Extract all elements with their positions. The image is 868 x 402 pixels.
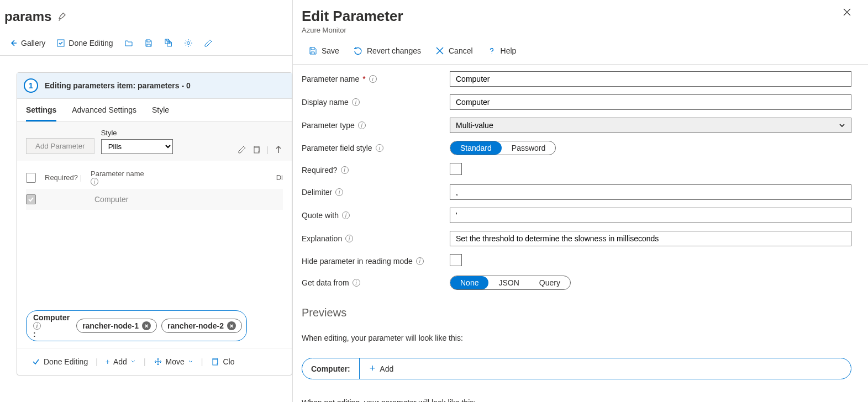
edit-icon-button[interactable] bbox=[199, 35, 217, 51]
close-icon[interactable] bbox=[843, 8, 851, 17]
save-icon-button[interactable] bbox=[140, 35, 157, 51]
table-header: Required? | Parameter name i Di bbox=[26, 166, 283, 189]
style-select[interactable]: Pills bbox=[101, 139, 173, 154]
pill-close-icon[interactable]: ✕ bbox=[142, 321, 151, 330]
step-badge: 1 bbox=[24, 78, 38, 93]
chevron-down-icon bbox=[188, 359, 193, 364]
segment-query[interactable]: Query bbox=[529, 276, 570, 289]
info-icon: i bbox=[352, 98, 360, 106]
gear-icon bbox=[184, 39, 193, 47]
select-all-checkbox[interactable] bbox=[26, 173, 36, 183]
preview-add-button[interactable]: + Add bbox=[359, 358, 403, 379]
row-name: Computer bbox=[45, 195, 128, 204]
info-icon: i bbox=[33, 322, 41, 330]
save-as-icon bbox=[164, 39, 173, 47]
done-editing-button[interactable]: Done Editing bbox=[52, 35, 117, 51]
save-icon bbox=[308, 46, 317, 55]
tab-settings[interactable]: Settings bbox=[26, 105, 56, 121]
separator: | bbox=[96, 357, 98, 366]
cancel-button[interactable]: Cancel bbox=[429, 44, 480, 57]
segment-none[interactable]: None bbox=[450, 276, 488, 289]
get-data-segmented[interactable]: None JSON Query bbox=[450, 276, 571, 290]
save-as-icon-button[interactable] bbox=[160, 35, 177, 51]
info-icon: i bbox=[353, 279, 360, 287]
previews-title: Previews bbox=[302, 306, 851, 319]
segment-standard[interactable]: Standard bbox=[450, 141, 502, 155]
info-icon: i bbox=[416, 257, 424, 265]
done-editing-action[interactable]: Done Editing bbox=[26, 355, 93, 368]
field-style-segmented[interactable]: Standard Password bbox=[450, 141, 556, 155]
pill-close-icon[interactable]: ✕ bbox=[227, 321, 236, 330]
preview-pill-group[interactable]: Computer i: rancher-node-1 ✕ rancher-nod… bbox=[26, 310, 247, 341]
panel-subtitle: Azure Monitor bbox=[302, 26, 403, 34]
save-icon bbox=[144, 39, 153, 47]
delimiter-label: Delimiter bbox=[302, 188, 332, 197]
add-parameter-button[interactable]: Add Parameter bbox=[26, 138, 94, 154]
plus-icon: + bbox=[106, 357, 110, 366]
segment-json[interactable]: JSON bbox=[488, 276, 529, 289]
editor-title: Editing parameters item: parameters - 0 bbox=[45, 81, 191, 90]
field-style-label: Parameter field style bbox=[302, 144, 372, 152]
copy-row-icon[interactable] bbox=[252, 145, 261, 154]
table-row[interactable]: Computer bbox=[26, 189, 283, 210]
preview-not-editing-desc: When not editing, your parameter will lo… bbox=[302, 398, 851, 402]
save-button[interactable]: Save bbox=[302, 44, 346, 57]
separator: | bbox=[144, 357, 146, 366]
parameter-name-input[interactable] bbox=[450, 71, 851, 87]
page-title: params bbox=[4, 9, 51, 24]
open-icon-button[interactable] bbox=[120, 35, 138, 51]
help-button[interactable]: Help bbox=[481, 44, 523, 57]
move-up-icon[interactable] bbox=[274, 145, 283, 154]
quote-with-label: Quote with bbox=[302, 211, 339, 220]
info-icon: i bbox=[335, 188, 343, 196]
parameter-name-label: Parameter name bbox=[302, 75, 359, 83]
tab-style[interactable]: Style bbox=[152, 105, 169, 121]
info-icon: i bbox=[341, 166, 349, 174]
info-icon: i bbox=[376, 144, 383, 152]
arrow-left-icon bbox=[9, 39, 18, 47]
main-toolbar: Gallery Done Editing bbox=[0, 31, 292, 56]
cancel-icon bbox=[435, 46, 444, 55]
plus-icon: + bbox=[370, 363, 376, 374]
explanation-input[interactable] bbox=[450, 231, 851, 246]
row-checkbox[interactable] bbox=[26, 194, 36, 204]
settings-icon-button[interactable] bbox=[180, 35, 197, 51]
done-editing-icon bbox=[56, 39, 65, 47]
folder-open-icon bbox=[124, 39, 133, 47]
chevron-down-icon bbox=[130, 359, 136, 364]
separator: | bbox=[201, 357, 203, 366]
parameter-type-select[interactable]: Multi-value bbox=[450, 118, 851, 133]
delimiter-input[interactable] bbox=[450, 184, 851, 200]
check-icon bbox=[31, 357, 40, 366]
pencil-icon bbox=[204, 39, 213, 47]
revert-button[interactable]: Revert changes bbox=[347, 44, 428, 57]
pill-item[interactable]: rancher-node-2 ✕ bbox=[161, 319, 242, 333]
preview-editing-pill[interactable]: Computer: + Add bbox=[302, 358, 851, 379]
required-indicator: * bbox=[362, 75, 365, 83]
column-required: Required? | bbox=[45, 173, 82, 182]
revert-icon bbox=[354, 46, 362, 55]
clone-action[interactable]: Clo bbox=[205, 355, 240, 368]
gallery-button[interactable]: Gallery bbox=[4, 35, 50, 51]
edit-row-icon[interactable] bbox=[238, 145, 246, 154]
pin-icon[interactable] bbox=[58, 12, 67, 21]
get-data-from-label: Get data from bbox=[302, 278, 349, 287]
pill-item[interactable]: rancher-node-1 ✕ bbox=[76, 319, 157, 333]
column-name: Parameter name i bbox=[91, 170, 144, 186]
style-label: Style bbox=[101, 129, 173, 137]
info-icon: i bbox=[91, 178, 98, 186]
quote-with-input[interactable] bbox=[450, 208, 851, 223]
tab-advanced-settings[interactable]: Advanced Settings bbox=[72, 105, 136, 121]
move-action[interactable]: Move bbox=[148, 355, 199, 368]
info-icon: i bbox=[345, 235, 353, 242]
parameter-type-label: Parameter type bbox=[302, 121, 355, 130]
segment-password[interactable]: Password bbox=[502, 141, 555, 155]
add-action[interactable]: + Add bbox=[100, 355, 141, 368]
display-name-input[interactable] bbox=[450, 94, 851, 110]
hide-in-reading-label: Hide parameter in reading mode bbox=[302, 257, 413, 266]
required-checkbox[interactable] bbox=[450, 163, 462, 175]
hide-in-reading-checkbox[interactable] bbox=[450, 254, 462, 266]
explanation-label: Explanation bbox=[302, 234, 342, 243]
required-label: Required? bbox=[302, 166, 338, 174]
preview-pill-label: Computer i: bbox=[31, 313, 72, 338]
